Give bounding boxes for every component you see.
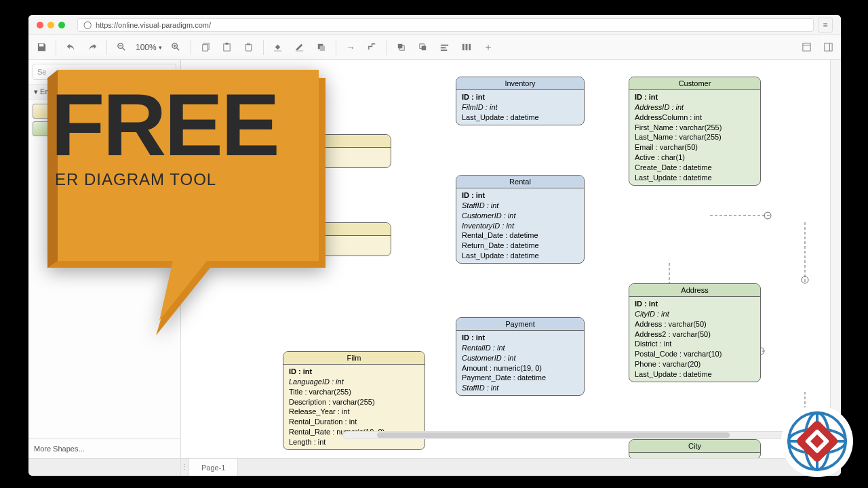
- entity-column: StaffID : int: [462, 201, 578, 211]
- entity-column: Phone : varchar(20): [635, 359, 755, 369]
- to-front-button[interactable]: [391, 38, 412, 57]
- paste-button[interactable]: [217, 38, 237, 57]
- entity-column: CustomerID : int: [462, 211, 578, 221]
- tab-page-1[interactable]: Page-1: [189, 459, 238, 476]
- delete-button[interactable]: [239, 38, 259, 57]
- vertical-scrollbar[interactable]: [830, 60, 841, 458]
- entity-title: Film: [283, 352, 425, 365]
- svg-rect-2: [203, 45, 208, 51]
- undo-button[interactable]: [60, 38, 81, 57]
- svg-rect-3: [224, 44, 230, 51]
- entity-title: Rental: [456, 176, 584, 188]
- shadow-button[interactable]: [311, 38, 332, 57]
- entity-column: FilmID : int: [462, 102, 578, 113]
- to-back-button[interactable]: [413, 38, 433, 57]
- entity-stub-2[interactable]: [262, 222, 391, 256]
- entity-column: Title : varchar(255): [289, 387, 419, 397]
- svg-point-26: [802, 277, 808, 283]
- fill-color-button[interactable]: [268, 38, 288, 57]
- entity-column: ID : int: [635, 299, 755, 309]
- entity-column: ID : int: [462, 92, 578, 102]
- svg-rect-17: [466, 44, 468, 50]
- entity-column: Last_Update : datetime: [635, 173, 755, 183]
- svg-rect-13: [441, 45, 448, 46]
- entity-column: ID : int: [289, 367, 419, 377]
- entity-stub-1[interactable]: [262, 134, 391, 168]
- copy-button[interactable]: [195, 38, 216, 57]
- entity-title: Inventory: [456, 77, 584, 90]
- entity-column: ID : int: [635, 92, 755, 102]
- entity-column: CustomerID : int: [462, 353, 578, 363]
- entity-column: LanguageID : int: [289, 377, 419, 387]
- entity-column: Last_Name : varchar(255): [635, 132, 755, 142]
- browser-titlebar: ◯ https://online.visual-paradigm.com/ ≡: [28, 15, 841, 35]
- entity-column: InventoryID : int: [462, 221, 578, 231]
- svg-point-24: [764, 212, 771, 219]
- insert-button[interactable]: ＋: [478, 38, 498, 57]
- globe-icon: ◯: [83, 20, 92, 29]
- entity-column: Postal_Code : varchar(10): [635, 349, 755, 359]
- entity-inventory[interactable]: Inventory ID : intFilmID : intLast_Updat…: [456, 77, 585, 125]
- entity-column: AddressColumn : int: [635, 113, 755, 123]
- save-button[interactable]: [31, 38, 52, 57]
- connection-style-button[interactable]: →: [340, 38, 361, 57]
- entity-rental[interactable]: Rental ID : intStaffID : intCustomerID :…: [456, 175, 585, 264]
- entity-title: Payment: [456, 318, 584, 331]
- entity-payment[interactable]: Payment ID : intRentalID : intCustomerID…: [456, 317, 585, 396]
- distribute-button[interactable]: [456, 38, 477, 57]
- entity-column: CityID : int: [635, 309, 755, 319]
- entity-column: Address : varchar(50): [635, 319, 755, 329]
- entity-column: Last_Update : datetime: [462, 251, 578, 261]
- entity-column: ID : int: [462, 333, 578, 343]
- more-shapes-button[interactable]: More Shapes...: [28, 439, 180, 458]
- window-maximize-icon[interactable]: [58, 22, 65, 28]
- entity-title: City: [629, 440, 760, 453]
- svg-rect-20: [824, 43, 831, 51]
- entity-city[interactable]: City: [629, 439, 761, 458]
- entity-column: Description : varchar(255): [289, 397, 419, 407]
- line-color-button[interactable]: [290, 38, 310, 57]
- svg-rect-14: [441, 47, 446, 49]
- entity-column: Last_Update : datetime: [462, 113, 578, 123]
- entity-column: Email : varchar(50): [635, 142, 755, 152]
- window-close-icon[interactable]: [37, 22, 43, 28]
- entity-title: Customer: [629, 77, 760, 90]
- brand-logo-icon: [780, 404, 854, 479]
- align-button[interactable]: [435, 38, 455, 57]
- promo-headline: FREE: [51, 85, 278, 166]
- canvas[interactable]: Film ID : intLanguageID : intTitle : var…: [181, 60, 830, 458]
- zoom-in-button[interactable]: [166, 38, 186, 57]
- address-bar[interactable]: ◯ https://online.visual-paradigm.com/: [77, 18, 814, 32]
- format-panel-button[interactable]: [818, 38, 838, 57]
- page-tabs: ⋮ Page-1: [28, 458, 841, 476]
- entity-column: Release_Year : int: [289, 407, 419, 417]
- svg-rect-6: [296, 50, 303, 52]
- entity-column: First_Name : varchar(255): [635, 123, 755, 133]
- waypoints-button[interactable]: [362, 38, 382, 57]
- redo-button[interactable]: [82, 38, 102, 57]
- entity-column: Return_Date : datetime: [462, 241, 578, 251]
- svg-rect-18: [469, 44, 471, 50]
- menu-button[interactable]: ≡: [818, 18, 833, 33]
- entity-column: StaffID : int: [462, 383, 578, 393]
- entity-column: Active : char(1): [635, 152, 755, 163]
- promo-text: FREE ER DIAGRAM TOOL: [51, 85, 278, 189]
- entity-address[interactable]: Address ID : intCityID : intAddress : va…: [629, 283, 761, 382]
- zoom-level[interactable]: 100%▾: [133, 43, 165, 52]
- entity-customer[interactable]: Customer ID : intAddressID : intAddressC…: [629, 77, 761, 186]
- tab-grip-icon[interactable]: ⋮: [181, 459, 189, 476]
- url-text: https://online.visual-paradigm.com/: [96, 21, 211, 29]
- window-minimize-icon[interactable]: [47, 22, 54, 28]
- svg-rect-19: [802, 43, 810, 51]
- entity-column: AddressID : int: [635, 102, 755, 113]
- entity-column: Payment_Date : datetime: [462, 373, 578, 383]
- app-toolbar: 100%▾ → ＋: [28, 35, 841, 60]
- fullscreen-button[interactable]: [796, 38, 816, 57]
- svg-rect-4: [226, 43, 229, 45]
- zoom-out-button[interactable]: [111, 38, 132, 57]
- entity-column: District : int: [635, 339, 755, 349]
- entity-column: Rental_Duration : int: [289, 417, 419, 427]
- svg-rect-15: [441, 49, 447, 51]
- horizontal-scrollbar[interactable]: [342, 431, 818, 439]
- svg-rect-8: [320, 46, 326, 52]
